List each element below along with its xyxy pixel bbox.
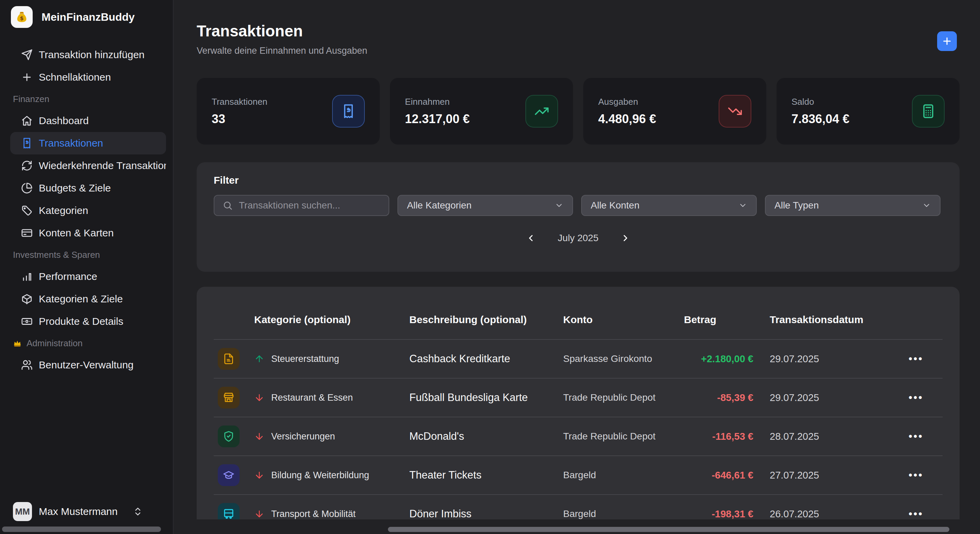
refresh-icon [21, 160, 33, 172]
date-cell: 29.07.2025 [753, 353, 889, 365]
account-filter-select[interactable]: Alle Konten [581, 195, 757, 216]
account-cell: Bargeld [563, 470, 684, 481]
send-icon [21, 49, 33, 60]
stat-card-ausgaben: Ausgaben 4.480,96 € [583, 78, 766, 145]
filter-panel: Filter Alle Kategorien Alle Konten [197, 162, 959, 272]
stat-card-einnahmen: Einnahmen 12.317,00 € [390, 78, 573, 145]
row-menu-button[interactable]: ••• [889, 431, 943, 442]
receipt-icon [21, 137, 33, 149]
sidebar-item-kategorien-ziele[interactable]: Kategorien & Ziele [10, 288, 166, 310]
chevrons-up-down-icon [133, 507, 143, 517]
table-row[interactable]: Steuererstattung Cashback Kreditkarte Sp… [214, 339, 943, 378]
avatar: MM [13, 502, 32, 521]
arrow-down-icon [254, 509, 264, 519]
money-bag-icon: $ [15, 10, 29, 24]
home-icon [21, 115, 33, 127]
select-value: Alle Kategorien [407, 200, 472, 211]
sidebar-item-label: Dashboard [39, 115, 89, 127]
date-cell: 27.07.2025 [753, 470, 889, 481]
crown-icon [13, 339, 22, 348]
user-name: Max Mustermann [39, 506, 118, 517]
trending-up-icon [525, 95, 558, 127]
amount-cell: +2.180,00 € [684, 353, 753, 365]
svg-text:$: $ [20, 15, 24, 21]
sidebar-item-label: Wiederkehrende Transaktionen [39, 160, 166, 172]
sidebar-item-transaktionen[interactable]: Transaktionen [10, 132, 166, 154]
sidebar-nav: Transaktion hinzufügen Schnellaktionen F… [0, 28, 173, 376]
stat-value: 4.480,96 € [598, 112, 656, 126]
chevron-right-icon [620, 233, 630, 243]
sidebar-item-budgets-ziele[interactable]: Budgets & Ziele [10, 177, 166, 199]
shield-check-icon [218, 426, 240, 447]
description-cell: Theater Tickets [409, 469, 563, 481]
date-cell: 26.07.2025 [753, 509, 889, 520]
add-transaction-button[interactable] [937, 31, 957, 51]
sidebar-item-label: Budgets & Ziele [39, 182, 111, 194]
sidebar-item-kategorien[interactable]: Kategorien [10, 199, 166, 222]
bar-chart-icon [21, 271, 33, 282]
amount-cell: -646,61 € [684, 470, 753, 481]
sidebar-item-quick-actions[interactable]: Schnellaktionen [10, 66, 166, 89]
sidebar-item-benutzer-verwaltung[interactable]: Benutzer-Verwaltung [10, 354, 166, 376]
brand: $ MeinFinanzBuddy [0, 0, 173, 28]
table-row[interactable]: Transport & Mobilität Döner Imbiss Barge… [214, 494, 943, 520]
stat-label: Einnahmen [405, 97, 469, 107]
table-horizontal-scrollbar[interactable] [388, 527, 950, 532]
stat-value: 12.317,00 € [405, 112, 469, 126]
table-row[interactable]: Versicherungen McDonald's Trade Republic… [214, 416, 943, 455]
row-menu-button[interactable]: ••• [889, 508, 943, 520]
receipt-icon [332, 95, 365, 127]
page-title: Transaktionen [197, 22, 959, 40]
sidebar-item-performance[interactable]: Performance [10, 265, 166, 288]
row-menu-button[interactable]: ••• [889, 392, 943, 404]
row-menu-button[interactable]: ••• [889, 469, 943, 481]
category-cell: Transport & Mobilität [240, 509, 409, 520]
stat-value: 7.836,04 € [791, 112, 850, 126]
chevron-down-icon [922, 201, 931, 210]
column-header-date: Transaktionsdatum [753, 314, 889, 326]
type-filter-select[interactable]: Alle Typen [765, 195, 940, 216]
table-row[interactable]: Bildung & Weiterbildung Theater Tickets … [214, 455, 943, 494]
stat-value: 33 [212, 112, 267, 126]
user-menu[interactable]: MM Max Mustermann [13, 502, 143, 521]
transactions-table: Kategorie (optional) Beschreibung (optio… [197, 287, 959, 520]
plus-icon [942, 36, 953, 47]
date-cell: 28.07.2025 [753, 431, 889, 442]
amount-cell: -85,39 € [684, 392, 753, 404]
plus-icon [21, 72, 33, 83]
stat-card-saldo: Saldo 7.836,04 € [776, 78, 959, 145]
pie-chart-icon [21, 182, 33, 194]
page-subtitle: Verwalte deine Einnahmen und Ausgaben [197, 46, 959, 56]
sidebar-horizontal-scrollbar[interactable] [2, 526, 161, 532]
sidebar-item-wiederkehrende[interactable]: Wiederkehrende Transaktionen [10, 154, 166, 177]
description-cell: McDonald's [409, 430, 563, 442]
table-row[interactable]: Restaurant & Essen Fußball Bundesliga Ka… [214, 378, 943, 416]
sidebar-item-label: Kategorien & Ziele [39, 293, 123, 305]
app-title: MeinFinanzBuddy [41, 11, 135, 24]
sidebar-item-label: Schnellaktionen [39, 72, 111, 83]
previous-month-button[interactable] [524, 231, 538, 245]
file-text-icon [218, 348, 240, 370]
sidebar-item-label: Produkte & Details [39, 316, 123, 327]
category-cell: Versicherungen [240, 431, 409, 442]
sidebar-item-add-transaction[interactable]: Transaktion hinzufügen [10, 43, 166, 66]
chevron-down-icon [738, 201, 747, 210]
next-month-button[interactable] [618, 231, 633, 245]
account-cell: Trade Republic Depot [563, 431, 684, 442]
column-header-account: Konto [563, 314, 684, 326]
category-cell: Bildung & Weiterbildung [240, 470, 409, 481]
row-menu-button[interactable]: ••• [889, 353, 943, 365]
bus-icon [218, 503, 240, 520]
arrow-up-icon [254, 354, 264, 364]
sidebar-item-dashboard[interactable]: Dashboard [10, 110, 166, 132]
stat-cards: Transaktionen 33 Einnahmen 12.317,00 € A… [197, 78, 959, 145]
category-filter-select[interactable]: Alle Kategorien [398, 195, 573, 216]
sidebar-section-investments: Investments & Sparen [0, 244, 173, 265]
search-input[interactable] [239, 200, 380, 211]
sidebar-item-produkte-details[interactable]: Produkte & Details [10, 310, 166, 333]
stat-card-transaktionen: Transaktionen 33 [197, 78, 380, 145]
chevron-down-icon [555, 201, 563, 210]
column-header-description: Beschreibung (optional) [409, 314, 563, 326]
category-cell: Steuererstattung [240, 354, 409, 364]
sidebar-item-konten-karten[interactable]: Konten & Karten [10, 222, 166, 244]
